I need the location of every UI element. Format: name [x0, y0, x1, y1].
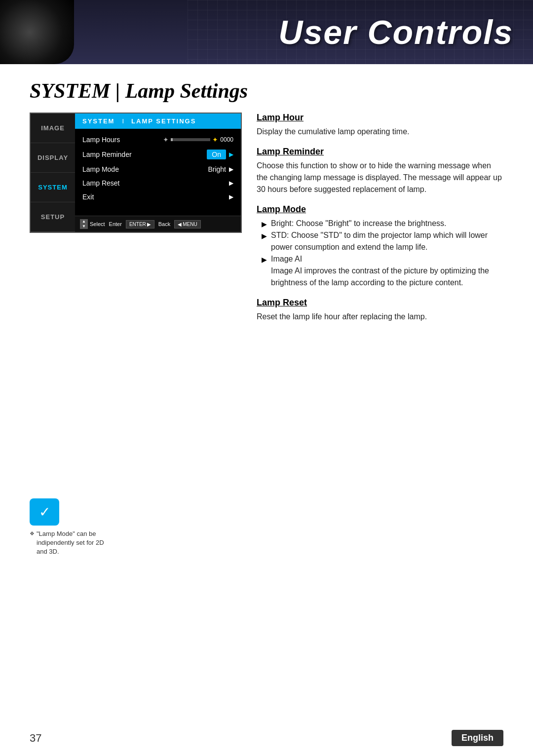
lamp-hours-progress: [171, 138, 210, 141]
bullet-bright-text: Bright: Choose "Bright" to increase the …: [271, 218, 447, 229]
lamp-mode-arrow: ▶: [229, 166, 233, 173]
note-section: ✓ ❖ "Lamp Mode" can be indipendently set…: [30, 498, 109, 557]
osd-header-divider: I: [122, 117, 124, 125]
lamp-hours-label: Lamp Hours: [82, 136, 120, 144]
section-lamp-reminder-heading: Lamp Reminder: [257, 147, 503, 157]
lamp-reminder-arrow: ▶: [229, 151, 233, 158]
exit-arrow: ▶: [229, 193, 233, 200]
lamp-hours-number: 0000: [220, 136, 233, 143]
section-lamp-hour-text: Display the cumulative lamp operating ti…: [257, 126, 503, 138]
page-number: 37: [30, 732, 41, 745]
note-checkmark-icon: ✓: [39, 504, 50, 520]
bullet-std-text: STD: Choose "STD" to dim the projector l…: [271, 229, 503, 253]
enter-button[interactable]: ENTER ▶: [126, 220, 154, 228]
main-content: IMAGE DISPLAY SYSTEM SETUP SYSTEM I LAMP…: [30, 113, 503, 332]
lamp-hours-value: ✦ ✦ 0000: [163, 136, 233, 144]
osd-menu: IMAGE DISPLAY SYSTEM SETUP SYSTEM I LAMP…: [30, 113, 242, 233]
bullet-arrow-3: ▶: [262, 255, 267, 289]
sun-dim-icon: ✦: [163, 136, 169, 144]
footer-back-btn: ◀ MENU: [174, 220, 200, 228]
footer-enter: Enter: [109, 221, 122, 227]
lens-graphic: [0, 0, 74, 64]
osd-header-title: LAMP SETTINGS: [131, 117, 196, 125]
lamp-reset-label: Lamp Reset: [82, 179, 119, 187]
lamp-reminder-value: On ▶: [207, 150, 233, 159]
section-lamp-reminder-text: Choose this function to show or to hide …: [257, 160, 503, 195]
lamp-mode-label: Lamp Mode: [82, 165, 119, 173]
note-diamond-icon: ❖: [30, 530, 35, 537]
lamp-mode-value: Bright ▶: [208, 165, 233, 173]
osd-row-lamp-hours: Lamp Hours ✦ ✦ 0000: [75, 133, 241, 147]
bullet-image-ai: ▶ Image AIImage AI improves the contrast…: [262, 253, 503, 289]
section-lamp-mode: Lamp Mode ▶ Bright: Choose "Bright" to i…: [257, 204, 503, 289]
lamp-reset-arrow: ▶: [229, 180, 233, 187]
note-text: "Lamp Mode" can be indipendently set for…: [37, 529, 109, 557]
osd-header-system-label: SYSTEM: [82, 117, 114, 125]
footer-back-label: Back: [158, 221, 170, 227]
page-footer: 37 English: [0, 730, 533, 746]
grid-background: [188, 0, 533, 64]
section-lamp-reset: Lamp Reset Reset the lamp life hour afte…: [257, 298, 503, 323]
section-lamp-reset-heading: Lamp Reset: [257, 298, 503, 308]
exit-label: Exit: [82, 193, 94, 201]
footer-enter-label: Enter: [109, 221, 122, 227]
nav-arrows-icon: ▲ ▼: [80, 219, 88, 229]
descriptions: Lamp Hour Display the cumulative lamp op…: [257, 113, 503, 332]
osd-footer: ▲ ▼ Select Enter ENTER ▶: [75, 216, 241, 232]
note-box: ✓: [30, 498, 59, 526]
section-lamp-mode-heading: Lamp Mode: [257, 204, 503, 215]
footer-select: ▲ ▼ Select: [80, 219, 105, 229]
bullet-image-ai-text: Image AIImage AI improves the contrast o…: [271, 253, 503, 289]
section-lamp-hour: Lamp Hour Display the cumulative lamp op…: [257, 113, 503, 138]
osd-row-lamp-reset: Lamp Reset ▶: [75, 176, 241, 190]
footer-select-label: Select: [90, 221, 105, 227]
bullet-std: ▶ STD: Choose "STD" to dim the projector…: [262, 229, 503, 253]
osd-sidebar: IMAGE DISPLAY SYSTEM SETUP: [31, 113, 75, 232]
bullet-arrow-2: ▶: [262, 231, 267, 253]
osd-rows: Lamp Hours ✦ ✦ 0000 Lamp Reminder: [75, 129, 241, 216]
sidebar-item-image[interactable]: IMAGE: [31, 113, 75, 143]
osd-row-lamp-reminder: Lamp Reminder On ▶: [75, 147, 241, 162]
sun-bright-icon: ✦: [212, 136, 218, 144]
language-badge: English: [452, 730, 503, 746]
osd-header: SYSTEM I LAMP SETTINGS: [75, 113, 241, 129]
bullet-arrow-1: ▶: [262, 219, 267, 229]
back-button[interactable]: ◀ MENU: [174, 220, 200, 228]
lamp-reminder-label: Lamp Reminder: [82, 151, 132, 158]
header: User Controls: [0, 0, 533, 64]
osd-container: IMAGE DISPLAY SYSTEM SETUP SYSTEM I LAMP…: [30, 113, 242, 332]
osd-row-exit: Exit ▶: [75, 190, 241, 204]
osd-main-panel: SYSTEM I LAMP SETTINGS Lamp Hours ✦: [75, 113, 241, 232]
footer-enter-btn: ENTER ▶: [126, 220, 154, 228]
page-title: SYSTEM | Lamp Settings: [30, 79, 503, 103]
lamp-mode-text: Bright: [208, 165, 226, 173]
lamp-reminder-on: On: [207, 150, 226, 159]
sidebar-item-setup[interactable]: SETUP: [31, 202, 75, 232]
sidebar-item-display[interactable]: DISPLAY: [31, 143, 75, 173]
section-lamp-hour-heading: Lamp Hour: [257, 113, 503, 123]
footer-back: Back: [158, 221, 170, 227]
note-bullet: ❖ "Lamp Mode" can be indipendently set f…: [30, 529, 109, 557]
lamp-hours-fill: [171, 138, 173, 141]
osd-row-lamp-mode: Lamp Mode Bright ▶: [75, 162, 241, 176]
section-lamp-reminder: Lamp Reminder Choose this function to sh…: [257, 147, 503, 195]
bullet-bright: ▶ Bright: Choose "Bright" to increase th…: [262, 218, 503, 229]
section-lamp-reset-text: Reset the lamp life hour after replacing…: [257, 311, 503, 323]
sidebar-item-system[interactable]: SYSTEM: [31, 173, 75, 202]
